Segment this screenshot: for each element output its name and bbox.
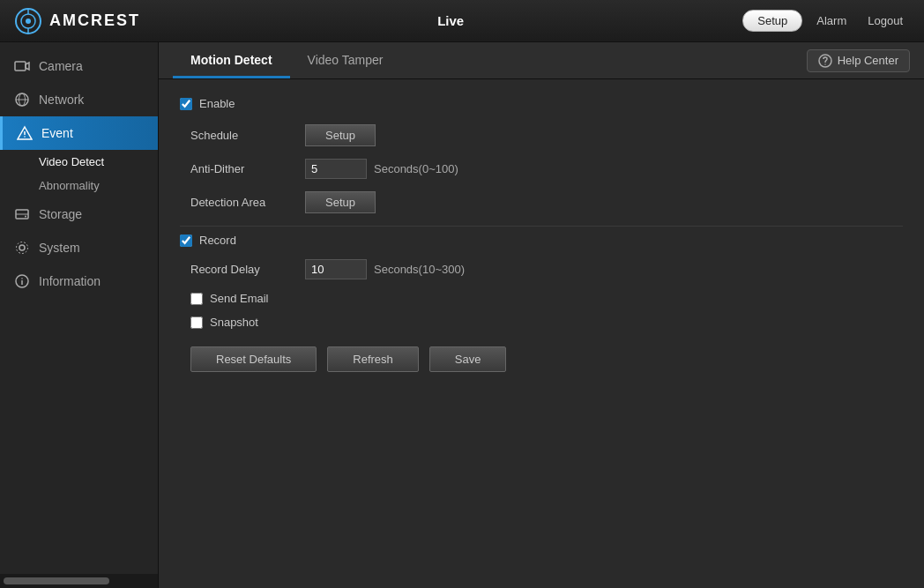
sidebar-item-event[interactable]: Event	[0, 116, 158, 150]
detection-area-row: Detection Area Setup	[180, 191, 903, 213]
record-label[interactable]: Record	[199, 234, 236, 247]
amcrest-logo-icon	[14, 7, 42, 35]
svg-rect-5	[15, 62, 26, 71]
help-center-label: Help Center	[838, 54, 898, 67]
schedule-row: Schedule Setup	[180, 124, 903, 146]
refresh-button[interactable]: Refresh	[327, 346, 419, 372]
svg-point-17	[17, 242, 28, 254]
alarm-nav-link[interactable]: Alarm	[809, 11, 853, 31]
sidebar-scrollbar[interactable]	[0, 574, 158, 588]
enable-row: Enable	[180, 97, 903, 110]
nav-right: Setup Alarm Logout	[742, 10, 924, 32]
section-divider	[180, 226, 903, 227]
svg-point-12	[24, 136, 26, 138]
snapshot-checkbox[interactable]	[190, 316, 203, 329]
send-email-row: Send Email	[180, 292, 903, 305]
sidebar-event-label: Event	[41, 126, 73, 140]
logo-text: AMCREST	[49, 11, 140, 30]
tab-motion-detect[interactable]: Motion Detect	[173, 42, 290, 78]
record-checkbox[interactable]	[180, 234, 192, 247]
svg-point-2	[26, 19, 31, 24]
anti-dither-row: Anti-Dither 5 Seconds(0~100)	[180, 159, 903, 179]
save-button[interactable]: Save	[429, 346, 507, 372]
network-icon	[14, 92, 30, 108]
sidebar-item-storage[interactable]: Storage	[0, 197, 158, 231]
record-row: Record	[180, 234, 903, 247]
svg-point-16	[19, 245, 25, 250]
record-delay-row: Record Delay 10 Seconds(10~300)	[180, 259, 903, 279]
sidebar-system-label: System	[39, 241, 80, 255]
sidebar-sub-video-detect[interactable]: Video Detect	[0, 150, 158, 174]
anti-dither-hint: Seconds(0~100)	[374, 162, 458, 175]
help-center-icon	[818, 54, 832, 68]
setup-nav-button[interactable]: Setup	[742, 10, 802, 32]
snapshot-row: Snapshot	[180, 316, 903, 329]
sidebar-item-system[interactable]: System	[0, 231, 158, 264]
nav-live-link[interactable]: Live	[437, 13, 464, 28]
schedule-setup-button[interactable]: Setup	[305, 124, 376, 146]
sidebar-abnormality-label: Abnormality	[39, 179, 100, 192]
sidebar-storage-label: Storage	[39, 207, 82, 221]
sidebar-sub-abnormality[interactable]: Abnormality	[0, 174, 158, 197]
record-delay-hint: Seconds(10~300)	[374, 263, 465, 276]
form-area: Enable Schedule Setup Anti-Dither 5 Seco…	[159, 79, 924, 588]
enable-label[interactable]: Enable	[199, 97, 235, 110]
sidebar-network-label: Network	[39, 93, 84, 107]
sidebar-video-detect-label: Video Detect	[39, 155, 104, 168]
camera-icon	[14, 58, 30, 74]
sidebar-information-label: Information	[39, 274, 101, 288]
anti-dither-input[interactable]: 5	[305, 159, 367, 179]
svg-point-15	[25, 216, 26, 218]
top-navigation: AMCREST Live Setup Alarm Logout	[0, 0, 924, 42]
sidebar-item-camera[interactable]: Camera	[0, 49, 158, 83]
scrollbar-thumb[interactable]	[4, 577, 109, 584]
record-delay-label: Record Delay	[190, 263, 305, 276]
sidebar-camera-label: Camera	[39, 59, 83, 73]
logout-nav-link[interactable]: Logout	[861, 11, 910, 31]
sidebar-item-network[interactable]: Network	[0, 83, 158, 116]
svg-marker-6	[26, 63, 29, 70]
schedule-label: Schedule	[190, 129, 305, 142]
sidebar-item-information[interactable]: Information	[0, 264, 158, 298]
main-layout: Camera Network Event	[0, 42, 924, 588]
event-icon	[17, 125, 33, 141]
svg-point-19	[21, 278, 23, 279]
record-delay-input[interactable]: 10	[305, 259, 367, 279]
action-buttons: Reset Defaults Refresh Save	[180, 346, 903, 372]
storage-icon	[14, 206, 30, 222]
detection-area-label: Detection Area	[190, 196, 305, 209]
send-email-checkbox[interactable]	[190, 293, 203, 305]
reset-defaults-button[interactable]: Reset Defaults	[190, 346, 317, 372]
svg-point-22	[824, 63, 825, 64]
enable-checkbox[interactable]	[180, 98, 192, 110]
tabs-bar: Motion Detect Video Tamper Help Center	[159, 42, 924, 79]
nav-center: Live	[159, 13, 742, 28]
help-center-button[interactable]: Help Center	[807, 49, 910, 72]
system-icon	[14, 240, 30, 256]
send-email-label[interactable]: Send Email	[210, 292, 268, 305]
information-icon	[14, 273, 30, 289]
main-content: Motion Detect Video Tamper Help Center E…	[159, 42, 924, 588]
anti-dither-label: Anti-Dither	[190, 162, 305, 175]
logo-area: AMCREST	[0, 7, 159, 35]
tab-video-tamper[interactable]: Video Tamper	[290, 42, 401, 78]
snapshot-label[interactable]: Snapshot	[210, 316, 258, 329]
detection-area-setup-button[interactable]: Setup	[305, 191, 376, 213]
sidebar: Camera Network Event	[0, 42, 159, 588]
